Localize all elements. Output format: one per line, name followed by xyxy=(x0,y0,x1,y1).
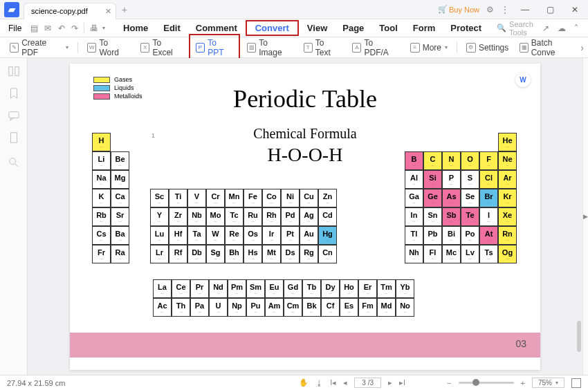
undo-icon[interactable]: ↶ xyxy=(55,21,67,36)
zoom-in-button[interactable]: + xyxy=(521,379,525,387)
to-excel-button[interactable]: XTo Excel xyxy=(135,35,187,60)
element-cell: Ag— xyxy=(300,207,318,226)
search-icon[interactable] xyxy=(8,156,20,169)
element-cell: Ba— xyxy=(111,226,129,245)
menu-convert[interactable]: Convert xyxy=(246,20,299,36)
element-cell: Tl— xyxy=(405,226,423,245)
menu-edit[interactable]: Edit xyxy=(156,20,187,36)
element-cell: Mo— xyxy=(206,207,225,226)
more-icon[interactable]: ⋮ xyxy=(501,5,509,15)
element-cell: Eu— xyxy=(265,279,284,298)
new-tab-button[interactable]: + xyxy=(122,4,127,15)
to-text-button[interactable]: TTo Text xyxy=(298,35,346,60)
share-icon[interactable]: ↗ xyxy=(542,24,549,33)
element-cell: Db— xyxy=(187,245,206,263)
element-cell: Mt— xyxy=(262,245,281,263)
element-cell: Os— xyxy=(244,226,262,245)
element-cell: Ca— xyxy=(111,189,129,207)
batch-convert-button[interactable]: ▦Batch Conve xyxy=(514,35,578,60)
element-cell: Rn— xyxy=(498,226,517,245)
element-cell: In— xyxy=(405,207,423,226)
to-ppt-button[interactable]: PTo PPT xyxy=(189,34,240,62)
svg-rect-0 xyxy=(8,67,12,76)
collapse-icon[interactable]: ˄ xyxy=(574,24,578,33)
element-cell: Y— xyxy=(150,207,169,226)
element-cell: Hg— xyxy=(318,226,337,245)
menu-protect[interactable]: Protect xyxy=(443,20,488,36)
element-cell: No— xyxy=(396,298,414,317)
gift-icon[interactable]: ⚙ xyxy=(486,5,494,15)
settings-button[interactable]: ⚙Settings xyxy=(461,35,514,60)
element-cell: Pd— xyxy=(281,207,300,226)
element-cell: Mn— xyxy=(225,189,244,207)
element-cell: Ir— xyxy=(262,226,281,245)
element-cell: P— xyxy=(442,170,461,189)
element-cell: Ts— xyxy=(479,245,498,263)
close-tab-icon[interactable]: ✕ xyxy=(105,7,111,16)
element-cell: Sg— xyxy=(206,245,225,263)
zoom-out-button[interactable]: − xyxy=(447,379,451,387)
svg-rect-1 xyxy=(15,67,18,76)
chevron-down-icon[interactable]: ▾ xyxy=(102,25,105,31)
buy-now-link[interactable]: 🛒 Buy Now xyxy=(438,5,479,14)
bookmarks-icon[interactable] xyxy=(8,87,20,100)
element-cell: Cr— xyxy=(206,189,225,207)
element-cell: Te— xyxy=(461,207,479,226)
element-cell: Li— xyxy=(92,151,111,170)
save-icon[interactable]: ▤ xyxy=(28,21,40,36)
menu-page[interactable]: Page xyxy=(336,20,371,36)
element-cell: Es— xyxy=(340,298,358,317)
element-cell: Ar— xyxy=(498,170,517,189)
element-cell: Pm— xyxy=(228,279,246,298)
cloud-icon[interactable]: ☁ xyxy=(558,24,566,33)
print-icon[interactable]: 🖶 xyxy=(88,21,100,36)
element-cell: Br— xyxy=(479,189,498,207)
menu-tool[interactable]: Tool xyxy=(372,20,404,36)
select-tool-icon[interactable]: ⭳ xyxy=(315,379,323,387)
mail-icon[interactable]: ✉ xyxy=(42,21,54,36)
right-panel-expand-icon[interactable]: ▶ xyxy=(583,213,588,220)
element-cell: Ni— xyxy=(281,189,300,207)
element-cell: Rf— xyxy=(169,245,187,263)
close-window-button[interactable]: ✕ xyxy=(566,2,584,17)
toolbar-overflow-icon[interactable]: › xyxy=(580,35,584,60)
last-page-button[interactable]: ▸I xyxy=(399,378,405,387)
formula-label: Chemical Formula xyxy=(70,126,540,142)
menu-view[interactable]: View xyxy=(300,20,334,36)
element-cell: Np— xyxy=(228,298,246,317)
element-cell: Cm— xyxy=(284,298,302,317)
tab-title: science-copy.pdf xyxy=(31,7,88,15)
thumbnails-icon[interactable] xyxy=(8,65,20,77)
file-menu[interactable]: File xyxy=(3,21,27,35)
hand-tool-icon[interactable]: ✋ xyxy=(299,378,309,387)
document-tab[interactable]: science-copy.pdf ✕ xyxy=(24,3,116,19)
to-word-button[interactable]: WTo Word xyxy=(82,35,134,60)
element-cell: N— xyxy=(442,151,461,170)
element-cell: W— xyxy=(206,226,225,245)
search-tools-input[interactable]: 🔍 Search Tools xyxy=(497,20,541,37)
element-cell: Th— xyxy=(172,298,190,317)
element-cell: Pt— xyxy=(281,226,300,245)
attachments-icon[interactable] xyxy=(8,131,20,144)
element-cell: La— xyxy=(153,279,172,298)
minimize-button[interactable]: — xyxy=(516,2,534,17)
prev-page-button[interactable]: ◂ xyxy=(343,378,347,387)
element-cell: Na— xyxy=(92,170,111,189)
first-page-button[interactable]: I◂ xyxy=(330,378,336,387)
next-page-button[interactable]: ▸ xyxy=(388,378,392,387)
to-pdfa-button[interactable]: ATo PDF/A xyxy=(347,35,403,60)
menu-form[interactable]: Form xyxy=(406,20,443,36)
maximize-button[interactable]: ▢ xyxy=(541,2,559,17)
zoom-level[interactable]: 75%▾ xyxy=(532,378,564,388)
more-convert-button[interactable]: ≡More▾ xyxy=(405,40,453,55)
create-pdf-button[interactable]: ✎Create PDF▾ xyxy=(4,35,74,60)
menu-home[interactable]: Home xyxy=(116,20,155,36)
redo-icon[interactable]: ↷ xyxy=(68,21,80,36)
page-indicator[interactable]: 3 /3 xyxy=(354,378,381,388)
fit-page-icon[interactable] xyxy=(571,378,581,388)
element-cell: Ce— xyxy=(172,279,190,298)
comments-icon[interactable] xyxy=(8,109,20,122)
zoom-slider[interactable] xyxy=(459,382,514,384)
to-image-button[interactable]: ▧To Image xyxy=(241,35,297,60)
vertical-scrollbar[interactable] xyxy=(577,321,581,352)
